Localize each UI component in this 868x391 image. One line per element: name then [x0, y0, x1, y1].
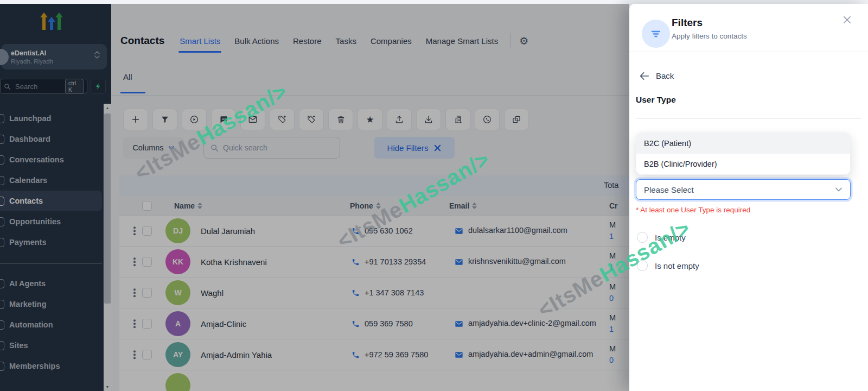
sidebar-nav-item[interactable]: Opportunities — [0, 211, 102, 232]
row-checkbox[interactable] — [142, 350, 152, 360]
add-tag-button[interactable] — [270, 109, 295, 130]
columns-dropdown[interactable]: Columns — [123, 137, 184, 159]
email-address: dulalsarkar1100@gmail.com — [468, 225, 567, 236]
radio-option[interactable]: Is empty — [637, 232, 699, 243]
contact-name[interactable]: Waghl — [201, 288, 224, 298]
row-menu-icon[interactable] — [132, 349, 137, 361]
sidebar-nav-item[interactable]: Launchpad — [0, 108, 102, 129]
remove-tag-button[interactable] — [299, 109, 324, 130]
sidebar-nav-item[interactable]: AI Agents — [0, 273, 102, 294]
download-icon — [424, 115, 433, 124]
header-tab[interactable]: Companies — [371, 36, 412, 46]
contact-name[interactable]: Amjad-Admin Yahia — [201, 350, 272, 360]
radio-option[interactable]: Is not empty — [637, 260, 699, 271]
created-count-link[interactable]: 1 — [609, 231, 616, 242]
filter-button[interactable] — [152, 109, 177, 130]
table-row[interactable]: W Waghl +1 347 308 7143 M 0 — [119, 278, 629, 308]
radio-circle-icon[interactable] — [637, 260, 648, 271]
contact-name[interactable]: Amjad-Clinic — [201, 319, 246, 329]
radio-circle-icon[interactable] — [637, 232, 648, 243]
nav-item-label: Marketing — [9, 300, 47, 308]
contact-email: amjadyahia.dev+admin@gmail.com — [455, 349, 593, 360]
tab-divider — [510, 33, 510, 48]
nav-item-label: Memberships — [9, 362, 60, 370]
account-name: eDentist.AI — [11, 49, 53, 57]
column-header-created[interactable]: Cr — [609, 201, 618, 210]
add-to-company-button[interactable] — [445, 109, 470, 130]
add-to-favorites-button[interactable]: ★ — [358, 109, 382, 130]
table-row[interactable]: AY Amjad-Admin Yahia +972 59 369 7580 am… — [119, 339, 629, 370]
merge-contacts-button[interactable] — [504, 109, 529, 130]
back-button[interactable]: Back — [639, 71, 674, 80]
contact-name[interactable]: Dulal Jarumiah — [201, 226, 255, 236]
row-menu-icon[interactable] — [132, 318, 137, 330]
header-tab[interactable]: Bulk Actions — [234, 36, 279, 46]
row-menu-icon[interactable] — [132, 256, 137, 268]
add-contact-button[interactable] — [123, 109, 148, 130]
nav-item-icon — [0, 155, 4, 165]
send-sms-button[interactable] — [211, 109, 236, 130]
scrollbar-thumb[interactable] — [104, 113, 111, 304]
panel-divider — [629, 52, 868, 52]
contact-name[interactable]: Kotha Krishnaveni — [201, 257, 267, 267]
created-count-link[interactable]: 1 — [609, 324, 616, 335]
column-header-email[interactable]: Email — [449, 201, 477, 210]
row-checkbox[interactable] — [142, 226, 152, 236]
sidebar-nav-item[interactable]: Calendars — [0, 170, 102, 191]
column-header-phone[interactable]: Phone — [350, 201, 381, 210]
sidebar-nav-item[interactable]: Dashboard — [0, 129, 102, 149]
table-row[interactable]: KK Kotha Krishnaveni +91 70133 29354 kri… — [119, 247, 629, 278]
close-panel-button[interactable] — [841, 14, 853, 26]
smartlist-tab[interactable]: All — [123, 72, 132, 81]
import-contacts-button[interactable] — [387, 109, 412, 130]
sidebar-nav-item[interactable]: Marketing — [0, 294, 102, 314]
nav-item-icon — [0, 135, 4, 144]
scroll-down-arrow[interactable]: ▼ — [104, 383, 111, 391]
sidebar-nav-item[interactable]: Automation — [0, 314, 102, 335]
radio-group: Is empty Is not empty — [637, 232, 699, 288]
whatsapp-button[interactable] — [475, 109, 500, 130]
sidebar-search-input[interactable] — [11, 83, 65, 91]
sidebar-search[interactable]: ctrl K — [0, 79, 87, 94]
delete-button[interactable] — [328, 109, 353, 130]
select-all-checkbox[interactable] — [142, 201, 152, 211]
sidebar-scrollbar[interactable]: ▲ ▼ — [104, 104, 111, 391]
contact-created: M 1 — [609, 312, 616, 335]
created-count-link[interactable]: 0 — [609, 355, 616, 366]
table-row[interactable] — [119, 370, 629, 391]
sidebar-nav-item[interactable]: Payments — [0, 232, 102, 253]
user-type-select[interactable]: Please Select — [636, 179, 851, 200]
export-contacts-button[interactable] — [416, 109, 441, 130]
gear-icon[interactable]: ⚙ — [519, 35, 528, 47]
scroll-up-arrow[interactable]: ▲ — [104, 104, 111, 112]
sidebar-nav-item[interactable]: Conversations — [0, 149, 102, 170]
dropdown-option[interactable]: B2C (Patient) — [636, 133, 850, 154]
created-count-link[interactable]: 1 — [609, 262, 616, 273]
table-row[interactable]: A Amjad-Clinic 059 369 7580 amjadyahia.d… — [119, 308, 629, 339]
quick-search[interactable] — [203, 137, 340, 159]
table-row[interactable]: DJ Dulal Jarumiah 055 630 1062 dulalsark… — [119, 216, 629, 247]
header-tab[interactable]: Tasks — [336, 36, 356, 46]
tabs-divider-line — [111, 95, 629, 96]
header-tab[interactable]: Smart Lists — [180, 36, 220, 46]
row-menu-icon[interactable] — [132, 287, 137, 299]
row-menu-icon[interactable] — [132, 225, 137, 237]
sidebar-nav-item[interactable]: Sites — [0, 335, 102, 356]
row-checkbox[interactable] — [142, 257, 152, 267]
start-automation-button[interactable] — [182, 109, 207, 130]
quick-actions-button[interactable] — [91, 79, 106, 94]
dropdown-option[interactable]: B2B (Clinic/Provider) — [636, 154, 850, 174]
created-count-link[interactable]: 0 — [609, 293, 616, 304]
back-label: Back — [656, 71, 674, 80]
sidebar-nav-item[interactable]: Memberships — [0, 356, 102, 376]
row-checkbox[interactable] — [142, 319, 152, 329]
account-switcher[interactable]: eDentist.AI Riyadh, Riyadh — [1, 44, 107, 70]
column-header-name[interactable]: Name — [174, 201, 202, 210]
send-email-button[interactable] — [240, 109, 265, 130]
header-tab[interactable]: Restore — [293, 36, 322, 46]
hide-filters-button[interactable]: Hide Filters — [374, 137, 455, 159]
quick-search-input[interactable] — [223, 143, 321, 152]
sidebar-nav-item[interactable]: Contacts — [0, 191, 102, 211]
header-tab[interactable]: Manage Smart Lists — [426, 36, 498, 46]
row-checkbox[interactable] — [142, 288, 152, 298]
